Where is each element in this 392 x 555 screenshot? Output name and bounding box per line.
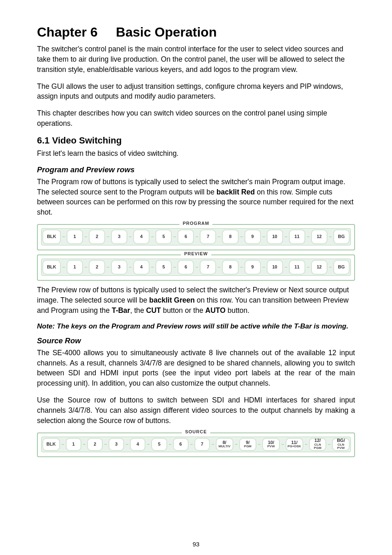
key-blk[interactable]: BLK <box>42 260 61 275</box>
key-2[interactable]: 2 <box>89 260 105 275</box>
key-connector <box>258 443 261 446</box>
key-10-pvw[interactable]: 10/PVW <box>262 438 280 451</box>
key-4[interactable]: 4 <box>133 260 150 275</box>
key-11[interactable]: 11 <box>289 229 305 244</box>
key-connector <box>307 235 309 238</box>
key-3[interactable]: 3 <box>111 260 127 275</box>
subsection-heading: Source Row <box>37 336 355 345</box>
panel-source: SOURCE BLK12345678/MULTIV9/PGM10/PVW11/P… <box>37 432 355 457</box>
key-connector <box>212 443 214 446</box>
key-connector <box>173 235 176 238</box>
key-3[interactable]: 3 <box>111 229 127 244</box>
key-5[interactable]: 5 <box>155 260 172 275</box>
key-label: 6 <box>180 442 182 447</box>
key-connector <box>147 443 150 446</box>
key-label: 2 <box>94 442 96 447</box>
key-bg[interactable]: BG <box>333 260 350 275</box>
key-11[interactable]: 11 <box>289 260 305 275</box>
key-9[interactable]: 9 <box>244 229 261 244</box>
key-5[interactable]: 5 <box>151 438 167 451</box>
panel-row-preview: BLK123456789101112BG <box>41 259 351 276</box>
key-label: 7 <box>201 442 203 447</box>
key-connector <box>129 235 131 238</box>
key-connector <box>329 235 332 238</box>
key-1[interactable]: 1 <box>67 229 83 244</box>
key-7[interactable]: 7 <box>200 260 216 275</box>
key-connector <box>190 443 193 446</box>
key-6[interactable]: 6 <box>173 438 189 451</box>
subsection-heading: Program and Preview rows <box>37 165 355 174</box>
key-8-multiv[interactable]: 8/MULTIV <box>216 438 233 451</box>
key-2[interactable]: 2 <box>89 229 105 244</box>
key-bg-cln-pvw[interactable]: BG/CLN PVW <box>332 438 350 451</box>
key-connector <box>307 266 309 269</box>
key-connector <box>329 266 332 269</box>
key-11-pg-dsk[interactable]: 11/PG+DSK <box>286 438 303 451</box>
key-3[interactable]: 3 <box>108 438 124 451</box>
key-connector <box>126 443 128 446</box>
key-connector <box>305 443 307 446</box>
paragraph: The Program row of buttons is typically … <box>37 177 355 217</box>
key-connector <box>129 266 131 269</box>
key-blk[interactable]: BLK <box>42 438 60 451</box>
key-connector <box>62 443 64 446</box>
key-connector <box>151 266 154 269</box>
key-10[interactable]: 10 <box>267 260 283 275</box>
key-label: 4 <box>136 442 139 447</box>
text-run: button. <box>226 306 249 314</box>
key-sublabel: PGM <box>244 445 251 448</box>
key-sublabel: PVW <box>267 445 274 448</box>
key-6[interactable]: 6 <box>178 260 194 275</box>
key-connector <box>151 235 154 238</box>
paragraph: This chapter describes how you can switc… <box>37 108 355 129</box>
chapter-title: Chapter 6 Basic Operation <box>37 25 355 40</box>
key-label: 5 <box>158 442 160 447</box>
key-4[interactable]: 4 <box>130 438 145 451</box>
key-connector <box>104 443 107 446</box>
key-6[interactable]: 6 <box>178 229 194 244</box>
key-connector <box>285 235 287 238</box>
key-7[interactable]: 7 <box>200 229 216 244</box>
panel-program: PROGRAM BLK123456789101112BG <box>37 224 355 250</box>
panel-row-program: BLK123456789101112BG <box>41 228 351 245</box>
key-9-pgm[interactable]: 9/PGM <box>239 438 257 451</box>
bold-run: backlit Red <box>217 188 255 196</box>
key-4[interactable]: 4 <box>133 229 150 244</box>
key-label: BLK <box>46 442 56 447</box>
key-connector <box>263 235 265 238</box>
key-12[interactable]: 12 <box>311 229 327 244</box>
key-8[interactable]: 8 <box>222 229 238 244</box>
key-bg[interactable]: BG <box>333 229 350 244</box>
key-9[interactable]: 9 <box>244 260 261 275</box>
key-sublabel: CLN PGM <box>311 443 325 450</box>
key-1[interactable]: 1 <box>66 438 81 451</box>
panel-legend: PROGRAM <box>180 221 212 226</box>
key-label: 3 <box>115 442 118 447</box>
key-blk[interactable]: BLK <box>42 229 61 244</box>
panel-preview: PREVIEW BLK123456789101112BG <box>37 254 355 281</box>
key-connector <box>62 266 65 269</box>
key-connector <box>196 266 198 269</box>
key-sublabel: PG+DSK <box>288 445 301 448</box>
key-12[interactable]: 12 <box>311 260 327 275</box>
key-connector <box>62 235 65 238</box>
text-run: button or the <box>161 306 205 314</box>
key-connector <box>281 443 284 446</box>
key-1[interactable]: 1 <box>67 260 83 275</box>
key-10[interactable]: 10 <box>267 229 283 244</box>
key-sublabel: MULTIV <box>219 445 231 448</box>
key-7[interactable]: 7 <box>194 438 210 451</box>
key-8[interactable]: 8 <box>222 260 238 275</box>
panel-row-source: BLK12345678/MULTIV9/PGM10/PVW11/PG+DSK12… <box>41 437 351 452</box>
paragraph: Use the Source row of buttons to switch … <box>37 395 355 426</box>
key-2[interactable]: 2 <box>87 438 103 451</box>
key-12-cln-pgm[interactable]: 12/CLN PGM <box>309 438 327 451</box>
bold-run: T-Bar <box>112 306 130 314</box>
page-number: 93 <box>0 541 392 548</box>
key-5[interactable]: 5 <box>155 229 172 244</box>
paragraph: The SE-4000 allows you to simultaneously… <box>37 348 355 388</box>
bold-run: CUT <box>146 306 161 314</box>
key-connector <box>85 235 87 238</box>
key-connector <box>85 266 87 269</box>
key-label: 1 <box>72 442 75 447</box>
